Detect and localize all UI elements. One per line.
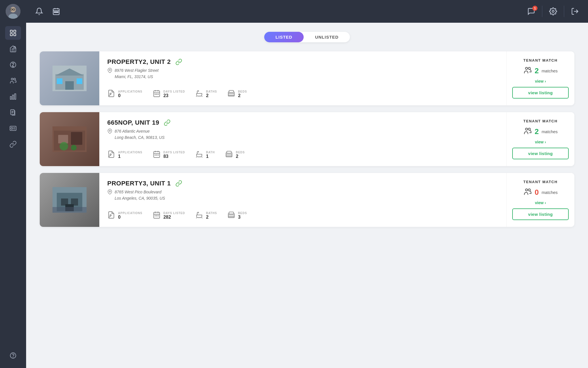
sidebar-item-dashboard[interactable] (5, 26, 21, 40)
property-link-icon-1[interactable] (175, 58, 182, 65)
sidebar-item-tenants[interactable] (5, 74, 21, 87)
property-address-text-2: 876 Atlantic Avenue Long Beach, CA, 9081… (115, 128, 165, 141)
svg-point-64 (110, 154, 111, 155)
bed-icon-2 (225, 150, 233, 159)
view-listing-button-3[interactable]: view listing (512, 208, 569, 220)
messages-badge: 1 (532, 6, 537, 11)
tab-listed[interactable]: LISTED (264, 32, 304, 42)
svg-rect-82 (52, 207, 87, 213)
svg-line-93 (202, 218, 202, 218)
applications-icon-1 (107, 89, 115, 99)
sidebar-item-reports[interactable] (5, 90, 21, 103)
stat-text-days-3: DAYS LISTED 282 (163, 212, 185, 220)
stat-value-beds-2: 2 (236, 154, 245, 159)
property-image-placeholder-2 (40, 112, 99, 166)
topbar: 1 (26, 0, 588, 23)
svg-rect-45 (154, 91, 159, 97)
sidebar-item-help[interactable] (5, 349, 21, 362)
logout-icon[interactable] (571, 7, 579, 15)
property-info-3: PROPERTY3, UNIT 1 (99, 173, 506, 227)
stat-text-baths-2: BATH 1 (206, 151, 215, 159)
stat-label-applications-3: APPLICATIONS (118, 212, 142, 215)
stat-value-applications-3: 0 (118, 215, 142, 220)
stat-days-1: DAYS LISTED 23 (153, 89, 185, 99)
svg-point-43 (109, 69, 111, 71)
calendar-icon[interactable] (52, 7, 60, 15)
svg-rect-71 (158, 154, 159, 156)
svg-rect-7 (14, 30, 16, 32)
tenant-match-panel-2: TENANT MATCH 2 matches view › view listi… (506, 112, 574, 166)
svg-point-75 (525, 128, 528, 130)
svg-point-14 (14, 78, 15, 80)
svg-rect-50 (156, 94, 157, 95)
stat-text-applications-2: APPLICATIONS 1 (118, 151, 142, 159)
tenant-group-icon-1 (523, 66, 532, 76)
stat-label-days-1: DAYS LISTED (163, 90, 185, 93)
stat-text-beds-1: BEDS 2 (238, 90, 247, 98)
property-address-text-1: 8976 West Flagler Street Miami, FL, 3317… (115, 67, 159, 80)
stat-label-applications-2: APPLICATIONS (118, 151, 142, 154)
property-card-2: 665NOP, UNIT 19 (40, 112, 574, 166)
map-pin-icon-2 (107, 129, 112, 135)
property-address-3: 8765 West Pico Boulevard Los Angeles, CA… (107, 189, 498, 202)
stat-label-baths-1: BATHS (206, 90, 217, 93)
stat-value-applications-1: 0 (118, 93, 142, 98)
svg-rect-60 (71, 132, 82, 145)
svg-rect-89 (155, 215, 156, 216)
stat-text-baths-1: BATHS 2 (206, 90, 217, 98)
stat-baths-1: BATHS 2 (195, 89, 217, 99)
stat-days-2: DAYS LISTED 83 (153, 150, 185, 159)
settings-icon[interactable] (549, 7, 557, 15)
sidebar-item-documents[interactable] (5, 106, 21, 119)
svg-point-1 (10, 7, 16, 12)
svg-rect-54 (229, 91, 233, 93)
notification-icon[interactable] (35, 7, 43, 15)
property-image-3 (40, 173, 99, 227)
stat-value-days-2: 83 (163, 154, 185, 159)
stat-text-days-2: DAYS LISTED 83 (163, 151, 185, 159)
svg-rect-9 (14, 34, 16, 36)
tenant-match-title-3: TENANT MATCH (523, 180, 557, 184)
stat-baths-3: BATHS 2 (195, 211, 217, 220)
messages-icon[interactable]: 1 (527, 7, 535, 15)
map-pin-icon-3 (107, 189, 112, 196)
svg-rect-41 (57, 78, 62, 84)
property-stats-2: APPLICATIONS 1 (107, 150, 498, 159)
avatar[interactable] (6, 4, 20, 19)
tab-row: LISTED UNLISTED (40, 32, 574, 42)
sidebar-item-properties[interactable] (5, 42, 21, 56)
tab-unlisted[interactable]: UNLISTED (304, 32, 350, 42)
sidebar-item-links[interactable] (5, 137, 21, 151)
property-card-3: PROPERTY3, UNIT 1 (40, 173, 574, 227)
property-image-placeholder-1 (40, 51, 99, 105)
property-image-placeholder-3 (40, 173, 99, 227)
bed-icon-1 (227, 89, 235, 99)
tenant-group-icon-2 (523, 127, 532, 136)
stat-days-3: DAYS LISTED 282 (153, 211, 185, 220)
svg-rect-69 (155, 154, 156, 156)
map-pin-icon-1 (107, 68, 112, 74)
svg-point-62 (71, 145, 77, 150)
view-link-1[interactable]: view › (535, 79, 546, 83)
chevron-right-icon-1: › (545, 79, 546, 83)
avatar-container (0, 0, 26, 23)
tenant-match-count-2: 2 matches (523, 127, 558, 136)
svg-line-53 (202, 96, 202, 97)
view-link-2[interactable]: view › (535, 140, 546, 144)
sidebar-item-finance[interactable] (5, 58, 21, 72)
stat-value-beds-1: 2 (238, 93, 247, 98)
property-link-icon-3[interactable] (175, 180, 182, 187)
view-listing-button-1[interactable]: view listing (512, 87, 569, 99)
stat-value-days-1: 23 (163, 93, 185, 98)
property-title-2: 665NOP, UNIT 19 (107, 119, 159, 126)
stat-label-baths-2: BATH (206, 151, 215, 154)
match-label-1: matches (541, 68, 558, 73)
property-stats-3: APPLICATIONS 0 (107, 211, 498, 220)
sidebar-item-id-verification[interactable] (5, 122, 21, 135)
property-link-icon-2[interactable] (164, 119, 171, 126)
property-info-1: PROPERTY2, UNIT 2 (99, 51, 506, 105)
view-listing-button-2[interactable]: view listing (512, 148, 569, 159)
view-link-3[interactable]: view › (535, 200, 546, 205)
tenant-match-panel-1: TENANT MATCH 2 matches view › view listi… (506, 51, 574, 105)
stat-value-baths-2: 1 (206, 154, 215, 159)
